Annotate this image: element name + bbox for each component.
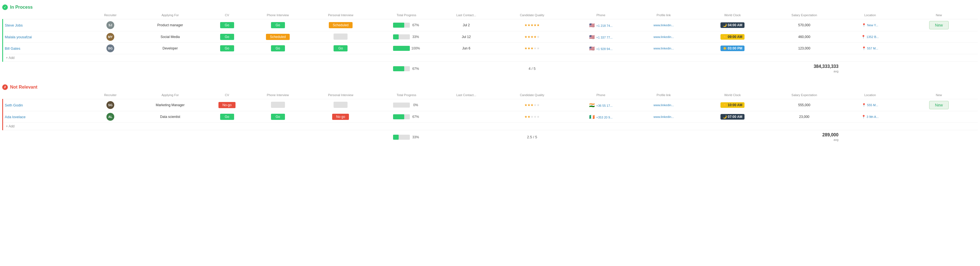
- summary-middle-empty: [571, 62, 768, 76]
- recruiter-cell: SG: [86, 99, 134, 111]
- phone-value[interactable]: +1 928 94...: [596, 47, 612, 51]
- profile-cell: www.linkedin...: [631, 43, 697, 54]
- col-header-cv: CV: [206, 92, 248, 99]
- world-clock-cell: ☀️ 03:00 PM: [697, 43, 768, 54]
- personal-interview-cell[interactable]: Go: [308, 43, 374, 54]
- stars: ★★★★★: [524, 115, 540, 119]
- world-clock-cell: ☀️ 09:00 AM: [697, 31, 768, 43]
- location-value: 557 M...: [867, 47, 878, 50]
- profile-cell: www.linkedin...: [631, 31, 697, 43]
- summary-empty: [3, 62, 374, 76]
- add-row[interactable]: + Add: [3, 123, 978, 130]
- progress-cell: 67%: [374, 111, 439, 123]
- new-badge[interactable]: New: [929, 21, 949, 29]
- add-row[interactable]: + Add: [3, 54, 978, 62]
- profile-link-value[interactable]: www.linkedin...: [654, 115, 674, 118]
- candidates-table: Recruiter Applying For CV Phone Intervie…: [2, 92, 978, 144]
- phone-cell: 🇺🇸 +1 218 74...: [571, 19, 631, 31]
- col-header-recruiter: Recruiter: [86, 12, 134, 19]
- summary-salary: 384,333,333 avg: [768, 62, 840, 76]
- stars: ★★★★★: [524, 103, 540, 107]
- phone-interview-cell[interactable]: Go: [248, 43, 307, 54]
- location-value: 1352 B...: [867, 35, 879, 38]
- summary-last-contact-empty: [439, 62, 493, 76]
- personal-interview-cell[interactable]: [308, 31, 374, 43]
- cv-cell[interactable]: No-go: [206, 99, 248, 111]
- profile-link-value[interactable]: www.linkedin...: [654, 35, 674, 38]
- avatar: SG: [107, 101, 114, 109]
- section-title: Not Relevant: [10, 84, 37, 90]
- col-header-total-progress: Total Progress: [374, 12, 439, 19]
- add-candidate-button[interactable]: + Add: [3, 123, 978, 130]
- quality-cell: ★★★★★: [493, 43, 571, 54]
- summary-end-empty: [840, 62, 978, 76]
- applying-for-value: Developer: [162, 46, 178, 50]
- summary-row: 67% 4 / 5 384,333,333 avg: [3, 62, 978, 76]
- summary-salary-value: 289,000: [770, 132, 838, 137]
- phone-cell: 🇮🇳 +36 55 17...: [571, 99, 631, 111]
- profile-link-value[interactable]: www.linkedin...: [654, 47, 674, 50]
- candidate-name[interactable]: Bill Gates: [5, 46, 21, 51]
- flag-icon: 🇮🇪: [589, 115, 595, 119]
- location-cell: 📍 557 M...: [840, 43, 900, 54]
- profile-link-value[interactable]: www.linkedin...: [654, 24, 674, 27]
- personal-interview-cell[interactable]: [308, 99, 374, 111]
- cv-cell[interactable]: Go: [206, 31, 248, 43]
- salary-value: 123,000: [798, 46, 810, 50]
- salary-value: 460,000: [798, 35, 810, 39]
- quality-cell: ★★★★★: [493, 111, 571, 123]
- phone-interview-cell[interactable]: Scheduled: [248, 31, 307, 43]
- location-value: 555 M...: [867, 104, 878, 107]
- applying-for-value: Social Media: [161, 35, 180, 39]
- col-header-location: Location: [840, 12, 900, 19]
- phone-interview-cell[interactable]: [248, 99, 307, 111]
- col-header-applying: Applying For: [134, 92, 206, 99]
- location-pin-icon: 📍: [862, 103, 866, 107]
- personal-interview-cell[interactable]: No go: [308, 111, 374, 123]
- applying-for-cell: Product manager: [134, 19, 206, 31]
- phone-interview-cell[interactable]: Go: [248, 19, 307, 31]
- table-row: Malala yousafzai MY Social Media Go Sche…: [3, 31, 978, 43]
- last-contact-cell: Jul 2: [439, 19, 493, 31]
- add-candidate-button[interactable]: + Add: [3, 54, 978, 62]
- col-header-candidate-quality: Candidate Quality: [493, 92, 571, 99]
- section-header: ✗Not Relevant: [2, 84, 978, 90]
- cv-cell[interactable]: Go: [206, 19, 248, 31]
- phone-value[interactable]: +1 218 74...: [596, 24, 612, 27]
- candidate-name[interactable]: Seth Godin: [5, 103, 23, 107]
- col-header-candidate-quality: Candidate Quality: [493, 12, 571, 19]
- cv-cell[interactable]: Go: [206, 43, 248, 54]
- new-cell: New: [900, 19, 978, 31]
- cv-cell[interactable]: Go: [206, 111, 248, 123]
- col-header-recruiter: Recruiter: [86, 92, 134, 99]
- col-header-phone-interview: Phone Interview: [248, 92, 307, 99]
- last-contact-cell: Jun 6: [439, 43, 493, 54]
- phone-value[interactable]: +1 337 77...: [596, 36, 612, 39]
- table-row: Bill Gates BG Developer Go Go Go 100% Ju…: [3, 43, 978, 54]
- candidate-name[interactable]: Malala yousafzai: [5, 35, 32, 39]
- x-icon: ✗: [2, 84, 8, 90]
- flag-icon: 🇺🇸: [589, 35, 595, 40]
- new-badge[interactable]: New: [929, 101, 949, 109]
- phone-interview-cell[interactable]: Go: [248, 111, 307, 123]
- recruiter-cell: SJ: [86, 19, 134, 31]
- summary-salary: 289,000 avg: [768, 130, 840, 144]
- salary-value: 570,000: [798, 23, 810, 27]
- candidate-name[interactable]: Ada lovelace: [5, 115, 25, 119]
- location-pin-icon: 📍: [861, 35, 865, 39]
- summary-progress: 67%: [374, 62, 439, 76]
- location-pin-icon: 📍: [862, 115, 866, 119]
- applying-for-cell: Marketing Manager: [134, 99, 206, 111]
- candidate-name[interactable]: Steve Jobs: [5, 23, 22, 27]
- applying-for-cell: Social Media: [134, 31, 206, 43]
- flag-icon: 🇺🇸: [589, 46, 595, 51]
- phone-value[interactable]: +36 55 17...: [596, 104, 612, 107]
- world-clock-cell: 🌙 04:00 AM: [697, 19, 768, 31]
- world-clock-cell: 🌙 07:00 AM: [697, 111, 768, 123]
- recruiter-cell: BG: [86, 43, 134, 54]
- personal-interview-cell[interactable]: Scheduled: [308, 19, 374, 31]
- summary-middle-empty: [571, 130, 768, 144]
- phone-value[interactable]: +353 20 9...: [596, 116, 612, 119]
- profile-link-value[interactable]: www.linkedin...: [654, 104, 674, 107]
- progress-cell: 100%: [374, 43, 439, 54]
